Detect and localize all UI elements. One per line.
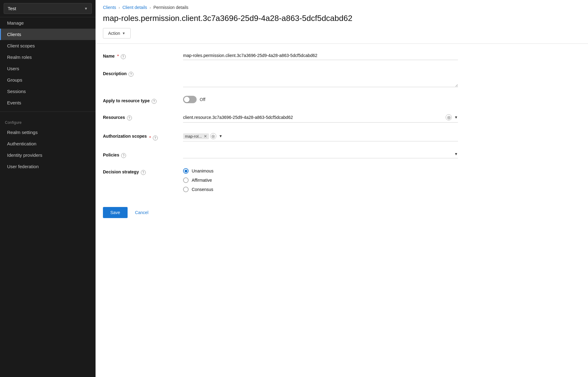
toggle-row: Off [183,96,458,103]
sidebar-item-label: Events [7,100,21,105]
radio-affirmative-label: Affirmative [192,178,212,183]
breadcrumb-clients[interactable]: Clients [103,5,116,10]
name-label-col: Name * ? [103,51,183,59]
apply-resource-type-row: Apply to resource type ? Off [103,96,458,104]
sidebar-item-realm-settings[interactable]: Realm settings [0,127,96,138]
sidebar-item-label: Clients [7,32,21,37]
resources-control-col: client.resource.3c7a3696-25d9-4a28-a863-… [183,112,458,123]
sidebar-item-label: Client scopes [7,43,35,48]
resources-clear-icon[interactable]: ⊗ [446,114,452,120]
name-row: Name * ? [103,51,458,60]
auth-scopes-row: Authorization scopes * ? map-rol... ✕ ⊗ … [103,131,458,141]
cancel-button[interactable]: Cancel [130,207,153,218]
radio-consensus-label: Consensus [192,187,213,192]
resources-label: Resources [103,115,125,120]
decision-strategy-control-col: Unanimous Affirmative Consensus [183,167,458,192]
description-help-icon[interactable]: ? [129,72,133,77]
name-help-icon[interactable]: ? [121,54,126,59]
auth-scopes-help-icon[interactable]: ? [153,136,158,140]
auth-scopes-label: Authorization scopes [103,134,147,139]
breadcrumb-current: Permission details [153,5,189,10]
resources-row: Resources ? client.resource.3c7a3696-25d… [103,112,458,123]
radio-unanimous[interactable]: Unanimous [183,168,458,174]
sidebar-item-user-federation[interactable]: User federation [0,161,96,172]
breadcrumb: Clients › Client details › Permission de… [96,0,588,12]
policies-row: Policies ? ▼ [103,150,458,158]
button-row: Save Cancel [103,201,458,218]
auth-scopes-clear-icon[interactable]: ⊗ [210,133,216,139]
apply-label-col: Apply to resource type ? [103,96,183,104]
main-content: Clients › Client details › Permission de… [96,0,588,377]
sidebar-item-manage[interactable]: Manage [0,17,96,29]
radio-unanimous-circle [183,168,189,174]
auth-scopes-control-col: map-rol... ✕ ⊗ ▼ [183,131,458,141]
action-button[interactable]: Action ▼ [103,28,131,39]
description-input[interactable] [183,69,458,87]
sidebar-item-label: Sessions [7,89,26,94]
resources-value: client.resource.3c7a3696-25d9-4a28-a863-… [183,115,446,120]
apply-resource-type-label: Apply to resource type [103,98,150,103]
policies-label: Policies [103,152,119,157]
auth-scope-remove-icon[interactable]: ✕ [204,134,207,139]
resources-label-col: Resources ? [103,112,183,120]
description-row: Description ? [103,69,458,87]
toggle-off-label: Off [200,97,205,102]
name-input[interactable] [183,51,458,60]
radio-affirmative[interactable]: Affirmative [183,177,458,183]
breadcrumb-client-details[interactable]: Client details [122,5,147,10]
sidebar-item-authentication[interactable]: Authentication [0,138,96,149]
policies-select[interactable]: ▼ [183,150,458,158]
sidebar-item-sessions[interactable]: Sessions [0,86,96,97]
resources-select[interactable]: client.resource.3c7a3696-25d9-4a28-a863-… [183,112,458,123]
decision-strategy-help-icon[interactable]: ? [141,170,146,175]
form-body: Name * ? Description ? Apply to resource… [96,44,465,225]
sidebar-item-events[interactable]: Events [0,97,96,108]
apply-control-col: Off [183,96,458,103]
sidebar-item-label: Identity providers [7,152,42,158]
sidebar-item-label: User federation [7,164,39,169]
auth-scope-tag-label: map-rol... [185,134,202,139]
sidebar-item-label: Realm roles [7,55,32,60]
radio-consensus-circle [183,187,189,192]
name-control-col [183,51,458,60]
realm-name: Test [8,6,16,11]
sidebar: Test ▼ Manage Clients Client scopes Real… [0,0,96,377]
decision-strategy-radio-group: Unanimous Affirmative Consensus [183,167,458,192]
policies-label-col: Policies ? [103,150,183,158]
breadcrumb-sep-1: › [119,5,120,10]
page-title: map-roles.permission.client.3c7a3696-25d… [96,12,588,28]
breadcrumb-sep-2: › [149,5,151,10]
sidebar-item-clients[interactable]: Clients [0,29,96,40]
action-button-label: Action [108,31,120,36]
auth-scopes-required: * [149,135,151,140]
radio-affirmative-circle [183,177,189,183]
apply-resource-type-help-icon[interactable]: ? [152,99,157,104]
realm-selector[interactable]: Test ▼ [4,3,92,14]
auth-scope-tag: map-rol... ✕ [183,133,209,139]
sidebar-item-realm-roles[interactable]: Realm roles [0,51,96,63]
sidebar-item-client-scopes[interactable]: Client scopes [0,40,96,51]
sidebar-item-groups[interactable]: Groups [0,74,96,86]
sidebar-item-label: Authentication [7,141,36,146]
auth-scopes-select[interactable]: map-rol... ✕ ⊗ ▼ [183,131,458,141]
description-control-col [183,69,458,87]
name-required: * [117,54,119,59]
radio-consensus[interactable]: Consensus [183,187,458,192]
toggle-track [183,96,197,103]
name-label: Name [103,54,115,59]
policies-chevron-icon: ▼ [454,152,458,156]
radio-unanimous-label: Unanimous [192,168,214,173]
configure-section-label: Configure [0,115,96,127]
auth-scopes-chevron-icon: ▼ [219,134,223,138]
sidebar-item-users[interactable]: Users [0,63,96,74]
policies-help-icon[interactable]: ? [121,153,126,158]
sidebar-divider [0,111,96,112]
auth-scopes-label-col: Authorization scopes * ? [103,131,183,140]
sidebar-item-identity-providers[interactable]: Identity providers [0,149,96,161]
resources-help-icon[interactable]: ? [127,116,132,120]
chevron-down-icon: ▼ [84,6,88,11]
description-label: Description [103,71,127,76]
save-button[interactable]: Save [103,207,128,218]
apply-resource-type-toggle[interactable] [183,96,197,103]
description-label-col: Description ? [103,69,183,77]
